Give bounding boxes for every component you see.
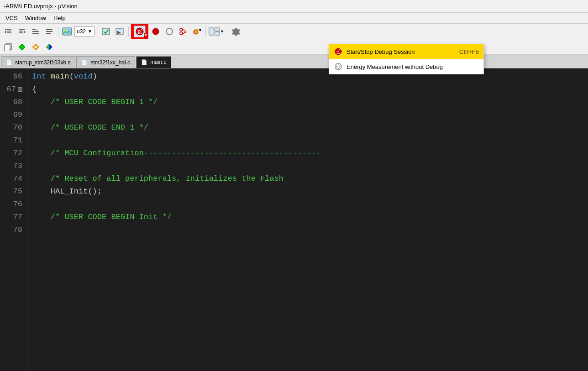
code-line-73 xyxy=(32,160,583,172)
code-line-71 xyxy=(32,134,583,147)
debug-session-btn[interactable]: D ▼ xyxy=(131,24,148,39)
title-bar: -ARM\LED.uvprojx - µVision xyxy=(0,0,588,13)
flash-btn[interactable]: ▶ xyxy=(113,26,126,37)
dropdown-arrow[interactable]: ▼ xyxy=(144,33,147,38)
dropdown-chevron: ▼ xyxy=(88,29,92,34)
code-line-75: HAL_Init(); xyxy=(32,185,583,198)
toolbar-2 xyxy=(0,39,588,55)
stop-btn[interactable] xyxy=(149,26,162,37)
copy-btn[interactable] xyxy=(2,41,15,53)
separator-2 xyxy=(97,26,97,37)
layout-dropdown[interactable]: ▼ xyxy=(220,29,224,34)
svg-rect-29 xyxy=(215,27,220,31)
tab-hal[interactable]: 📄 stm32f1xx_hal.c xyxy=(76,56,135,68)
code-line-66: int main(void) xyxy=(32,70,583,83)
svg-text:D: D xyxy=(137,29,141,36)
indent-btn-1[interactable] xyxy=(2,26,15,37)
svg-rect-13 xyxy=(63,28,72,35)
line-77: 77 xyxy=(5,211,22,224)
step-btn[interactable] xyxy=(177,26,189,37)
line-71: 71 xyxy=(5,134,22,147)
svg-rect-15 xyxy=(102,28,110,35)
code-line-69 xyxy=(32,109,583,121)
line-74: 74 xyxy=(5,172,22,185)
tab-label-hal: stm32f1xx_hal.c xyxy=(90,59,130,66)
line-78: 78 xyxy=(5,224,22,236)
menu-vcs[interactable]: VCS xyxy=(2,14,21,22)
indent-btn-2[interactable] xyxy=(16,26,28,37)
type-dropdown[interactable]: u32 ▼ xyxy=(74,26,94,37)
code-line-77: /* USER CODE BEGIN Init */ xyxy=(32,211,583,224)
code-editor: 66 67 − 68 69 70 71 72 73 74 75 76 77 78… xyxy=(0,68,588,371)
explosion-btn[interactable]: ▼ xyxy=(190,26,203,37)
menu-bar: VCS Window Help xyxy=(0,13,588,24)
svg-text:▶: ▶ xyxy=(117,30,121,35)
tab-icon-hal: 📄 xyxy=(81,59,88,65)
toolbar-1: u32 ▼ ▶ D ▼ ▼ ▼ xyxy=(0,24,588,39)
energy-measure-item[interactable]: E Energy Measurement without Debug xyxy=(329,59,483,74)
svg-rect-30 xyxy=(215,31,220,35)
svg-rect-32 xyxy=(5,45,10,51)
tab-icon-startup: 📄 xyxy=(6,59,12,65)
svg-marker-36 xyxy=(46,44,52,50)
code-line-68: /* USER CODE BEGIN 1 */ xyxy=(32,96,583,109)
tab-label-main: main.c xyxy=(150,59,166,65)
line-70: 70 xyxy=(5,121,22,134)
separator-3 xyxy=(128,26,129,37)
tab-icon-main: 📄 xyxy=(141,59,147,65)
svg-line-25 xyxy=(183,32,186,34)
diamond-up-btn[interactable] xyxy=(29,41,42,53)
code-line-67: { xyxy=(32,83,583,96)
layout-btn[interactable]: ▼ xyxy=(208,26,225,37)
svg-rect-28 xyxy=(209,27,214,35)
title-text: -ARM\LED.uvprojx - µVision xyxy=(4,3,78,10)
image-btn[interactable] xyxy=(61,26,74,37)
comment-btn[interactable] xyxy=(29,26,42,37)
tab-main[interactable]: 📄 main.c xyxy=(136,56,171,68)
tab-bar: 📄 startup_stm32f103xb.s 📄 stm32f1xx_hal.… xyxy=(0,55,588,68)
separator-4 xyxy=(205,26,206,37)
type-dropdown-value: u32 xyxy=(77,28,86,35)
explosion-dropdown[interactable]: ▼ xyxy=(198,28,202,32)
energy-icon: E xyxy=(334,62,343,71)
svg-text:D: D xyxy=(336,50,340,55)
line-68: 68 xyxy=(5,96,22,109)
svg-point-20 xyxy=(152,28,159,35)
line-75: 75 xyxy=(5,185,22,198)
tab-startup[interactable]: 📄 startup_stm32f103xb.s xyxy=(1,56,75,68)
svg-point-23 xyxy=(180,32,183,35)
svg-marker-33 xyxy=(19,44,25,50)
run-btn[interactable] xyxy=(163,26,176,37)
separator-5 xyxy=(227,26,227,37)
code-line-78 xyxy=(32,224,583,236)
debug-icon-menu: D xyxy=(334,47,343,56)
separator-1 xyxy=(58,26,58,37)
start-stop-shortcut: Ctrl+F5 xyxy=(459,48,479,55)
line-73: 73 xyxy=(5,160,22,172)
menu-window[interactable]: Window xyxy=(21,14,50,22)
svg-point-21 xyxy=(166,28,173,35)
settings-btn[interactable] xyxy=(230,26,242,37)
code-line-76 xyxy=(32,198,583,211)
line-76: 76 xyxy=(5,198,22,211)
svg-line-24 xyxy=(183,29,186,32)
svg-text:E: E xyxy=(337,65,340,69)
menu-help[interactable]: Help xyxy=(50,14,69,22)
line-numbers: 66 67 − 68 69 70 71 72 73 74 75 76 77 78 xyxy=(0,68,27,371)
collapse-67[interactable]: − xyxy=(18,87,22,92)
rainbow-btn[interactable] xyxy=(43,41,56,53)
uncomment-btn[interactable] xyxy=(43,26,56,37)
start-stop-label: Start/Stop Debug Session xyxy=(346,48,446,55)
build-btn[interactable] xyxy=(100,26,112,37)
line-72: 72 xyxy=(5,147,22,160)
svg-point-22 xyxy=(180,28,183,31)
code-text[interactable]: int main(void) { /* USER CODE BEGIN 1 */… xyxy=(27,68,588,371)
svg-point-14 xyxy=(64,29,66,31)
diamond-green-btn[interactable] xyxy=(16,41,28,53)
start-stop-debug-item[interactable]: D Start/Stop Debug Session Ctrl+F5 xyxy=(329,44,483,59)
line-69: 69 xyxy=(5,109,22,121)
code-line-70: /* USER CODE END 1 */ xyxy=(32,121,583,134)
line-67: 67 − xyxy=(5,83,22,96)
code-line-72: /* MCU Configuration--------------------… xyxy=(32,147,583,160)
code-line-74: /* Reset of all peripherals, Initializes… xyxy=(32,172,583,185)
